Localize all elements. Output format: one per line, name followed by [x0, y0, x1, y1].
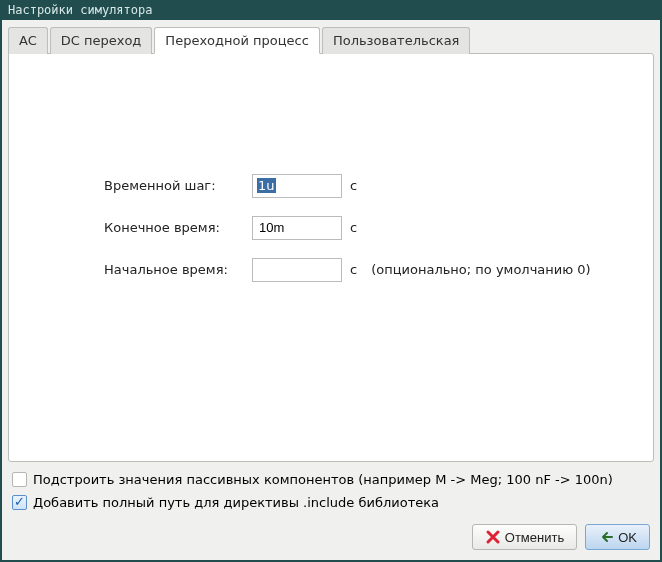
label-initial-time: Начальное время:: [104, 262, 244, 277]
check-row-adjust: Подстроить значения пассивных компоненто…: [10, 468, 652, 491]
cancel-button-label: Отменить: [505, 530, 564, 545]
checkbox-include-fullpath[interactable]: [12, 495, 27, 510]
cancel-icon: [485, 529, 501, 545]
label-time-step: Временной шаг:: [104, 178, 244, 193]
input-initial-time[interactable]: [252, 258, 342, 282]
input-final-time[interactable]: [252, 216, 342, 240]
bottom-area: Подстроить значения пассивных компоненто…: [8, 462, 654, 554]
unit-final-time: с: [350, 220, 357, 235]
dialog-window: Настройки симулятора AC DC переход Перех…: [0, 0, 662, 562]
tab-custom[interactable]: Пользовательская: [322, 27, 471, 54]
tab-ac[interactable]: AC: [8, 27, 48, 54]
tab-dc-label: DC переход: [61, 33, 142, 48]
ok-button-label: OK: [618, 530, 637, 545]
tab-ac-label: AC: [19, 33, 37, 48]
row-initial-time: Начальное время: с (опционально; по умол…: [104, 258, 633, 282]
input-time-step[interactable]: 1u: [252, 174, 342, 198]
content-area: AC DC переход Переходной процесс Пользов…: [2, 20, 660, 560]
hint-initial-time: (опционально; по умолчанию 0): [371, 262, 591, 277]
row-final-time: Конечное время: с: [104, 216, 633, 240]
ok-button[interactable]: OK: [585, 524, 650, 550]
window-title: Настройки симулятора: [8, 3, 153, 17]
label-include-fullpath: Добавить полный путь для директивы .incl…: [33, 495, 439, 510]
input-time-step-value: 1u: [257, 178, 276, 193]
checkbox-adjust-passive[interactable]: [12, 472, 27, 487]
ok-icon: [598, 529, 614, 545]
label-adjust-passive: Подстроить значения пассивных компоненто…: [33, 472, 613, 487]
label-final-time: Конечное время:: [104, 220, 244, 235]
unit-initial-time: с: [350, 262, 357, 277]
titlebar: Настройки симулятора: [2, 2, 660, 20]
tab-custom-label: Пользовательская: [333, 33, 460, 48]
check-row-fullpath: Добавить полный путь для директивы .incl…: [10, 491, 652, 514]
tab-transient[interactable]: Переходной процесс: [154, 27, 320, 54]
button-row: Отменить OK: [10, 514, 652, 552]
form-area: Временной шаг: 1u с Конечное время: с На…: [19, 174, 643, 342]
tab-dc-sweep[interactable]: DC переход: [50, 27, 153, 54]
tab-transient-label: Переходной процесс: [165, 33, 309, 48]
tab-bar: AC DC переход Переходной процесс Пользов…: [8, 26, 654, 53]
cancel-button[interactable]: Отменить: [472, 524, 577, 550]
tab-panel-transient: Временной шаг: 1u с Конечное время: с На…: [8, 53, 654, 462]
unit-time-step: с: [350, 178, 357, 193]
row-time-step: Временной шаг: 1u с: [104, 174, 633, 198]
